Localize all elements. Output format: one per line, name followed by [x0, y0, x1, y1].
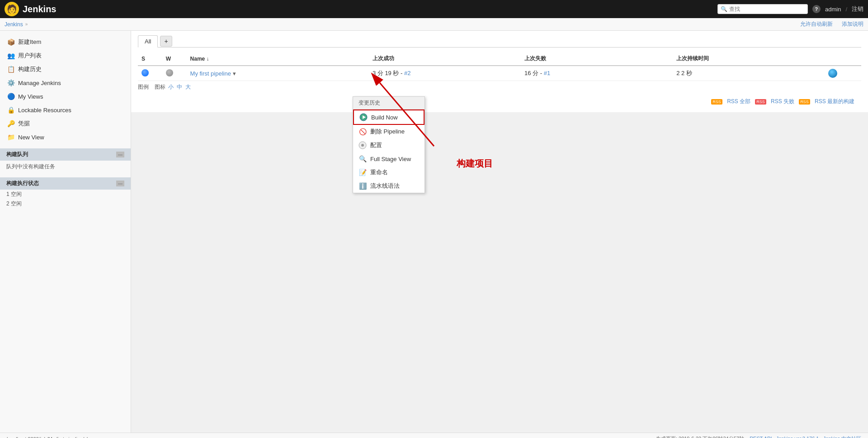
help-icon[interactable]: ?	[812, 5, 821, 13]
footer-links: RSS RSS 全部 RSS RSS 失败 RSS RSS 最新的构建	[138, 95, 861, 108]
gear-icon: ⚙️	[6, 78, 15, 87]
legend-label: 图例	[138, 84, 149, 90]
context-menu-pipeline-syntax[interactable]: ℹ️ 流水线语法	[353, 179, 425, 193]
col-s: S	[138, 52, 162, 66]
sidebar-item-new-item[interactable]: 📦 新建Item	[0, 35, 131, 49]
sidebar-item-user-list-label: 用户列表	[18, 52, 42, 60]
rss-latest-link[interactable]: RSS 最新的构建	[815, 98, 854, 105]
rss-all-link[interactable]: RSS 全部	[727, 98, 750, 105]
pipeline-name-link[interactable]: My first pipeline	[190, 70, 231, 77]
configure-label: 配置	[370, 141, 382, 149]
sidebar-item-manage-jenkins[interactable]: ⚙️ Manage Jenkins	[0, 76, 131, 90]
sidebar-item-new-item-label: 新建Item	[18, 38, 41, 46]
sidebar-item-my-views-label: My Views	[18, 93, 43, 100]
table-row: My first pipeline ▾ 3 分 19 秒 - #2 16 分 -…	[138, 66, 861, 81]
rss-icon-latest: RSS	[799, 99, 810, 105]
size-small[interactable]: 小	[168, 84, 174, 90]
notice-autoreload-link[interactable]: 允许自动刷新	[800, 21, 833, 27]
history-icon: 📋	[6, 65, 15, 74]
header: 🧑 Jenkins 🔍 ? admin / 注销	[0, 0, 868, 18]
size-selector: 图例 图标 小 中 大	[138, 83, 861, 91]
jenkins-avatar: 🧑	[5, 2, 19, 16]
build-queue-title: 构建队列	[6, 151, 28, 158]
full-stage-view-label: Full Stage View	[370, 156, 411, 162]
footer-status: localhost:9090/job/My first pipeline/cha…	[7, 436, 103, 438]
configure-icon	[359, 141, 367, 149]
sidebar-item-new-view-label: New View	[18, 134, 44, 141]
col-last-success: 上次成功	[369, 52, 521, 66]
build-queue-content: 队列中没有构建任务	[0, 161, 131, 173]
sidebar-item-lockable-resources[interactable]: 🔒 Lockable Resources	[0, 103, 131, 117]
jenkins-community-link[interactable]: Jenkins 中文社区	[823, 436, 861, 438]
search-icon: 🔍	[721, 6, 727, 12]
full-stage-view-icon: 🔍	[359, 155, 367, 163]
context-menu-rename[interactable]: 📝 重命名	[353, 166, 425, 179]
pipeline-syntax-icon: ℹ️	[359, 182, 367, 190]
search-box: 🔍	[717, 4, 808, 14]
rss-failures-link[interactable]: RSS 失败	[771, 98, 794, 105]
build-queue-empty: 队列中没有构建任务	[6, 163, 55, 170]
pipeline-dropdown-arrow[interactable]: ▾	[233, 70, 236, 77]
rest-api-link[interactable]: REST API	[750, 436, 772, 438]
search-input[interactable]	[729, 6, 805, 12]
status-w-cell	[162, 66, 187, 81]
sidebar-item-build-history-label: 构建历史	[18, 65, 42, 73]
last-failure-text: 16 分 -	[524, 70, 544, 76]
build-now-icon	[359, 113, 368, 121]
sidebar-item-credentials[interactable]: 🔑 凭据	[0, 117, 131, 130]
sidebar-item-lockable-resources-label: Lockable Resources	[18, 107, 71, 114]
build-executor-minimize-btn[interactable]: —	[116, 181, 124, 186]
new-item-icon: 📦	[6, 38, 15, 47]
jenkins-version-link[interactable]: Jenkins ver.2.176.1	[776, 436, 819, 438]
sidebar-item-new-view[interactable]: 📁 New View	[0, 130, 131, 144]
pipeline-syntax-label: 流水线语法	[370, 182, 400, 190]
last-duration-cell: 2 2 秒	[673, 66, 825, 81]
pipeline-table: S W Name ↓ 上次成功 上次失败 上次持续时间	[138, 52, 861, 81]
add-description-link[interactable]: 添加说明	[842, 21, 863, 27]
last-failure-link[interactable]: #1	[544, 70, 550, 76]
globe-icon	[828, 69, 837, 78]
size-large[interactable]: 大	[185, 84, 191, 90]
sidebar-item-build-history[interactable]: 📋 构建历史	[0, 62, 131, 76]
breadcrumb-home[interactable]: Jenkins	[5, 21, 23, 28]
rename-label: 重命名	[370, 168, 388, 176]
sidebar: 📦 新建Item 👥 用户列表 📋 构建历史 ⚙️ Manage Jenkins…	[0, 31, 131, 433]
svg-point-3	[361, 144, 364, 147]
status-blue-icon	[142, 69, 149, 76]
col-last-failure: 上次失败	[521, 52, 673, 66]
lock-icon: 🔒	[6, 105, 15, 114]
last-success-link[interactable]: #2	[404, 70, 410, 76]
context-menu-delete-pipeline[interactable]: 🚫 删除 Pipeline	[353, 125, 425, 138]
build-executor-title: 构建执行状态	[6, 180, 39, 187]
jenkins-logo[interactable]: 🧑 Jenkins	[5, 2, 56, 16]
build-executor-section: 构建执行状态 —	[0, 177, 131, 190]
rss-icon-failures: RSS	[755, 99, 766, 105]
sidebar-item-user-list[interactable]: 👥 用户列表	[0, 49, 131, 62]
status-gray-icon	[166, 69, 173, 76]
add-tab-button[interactable]: +	[160, 36, 172, 47]
build-queue-minimize-btn[interactable]: —	[116, 152, 124, 157]
build-queue-section: 构建队列 —	[0, 148, 131, 161]
context-menu-configure[interactable]: 配置	[353, 138, 425, 152]
sidebar-item-manage-jenkins-label: Manage Jenkins	[18, 80, 61, 86]
context-menu-build-now[interactable]: Build Now	[353, 110, 425, 125]
header-right: 🔍 ? admin / 注销	[717, 4, 863, 14]
tab-all[interactable]: All	[138, 35, 158, 48]
size-medium[interactable]: 中	[177, 84, 182, 90]
page-footer: localhost:9090/job/My first pipeline/cha…	[0, 433, 868, 438]
breadcrumb-separator: »	[25, 22, 28, 27]
sidebar-item-credentials-label: 凭据	[18, 119, 30, 128]
logout-link[interactable]: 注销	[852, 5, 863, 13]
views-icon: 🔵	[6, 92, 15, 101]
executor-1: 1 空闲	[0, 190, 131, 199]
admin-link[interactable]: admin	[825, 6, 841, 13]
main-content: All + S W Name ↓ 上次成功 上次失败 上次持续时间	[131, 31, 868, 112]
rename-icon: 📝	[359, 168, 367, 176]
annotation-text: 构建项目	[457, 157, 493, 170]
last-success-cell: 3 分 19 秒 - #2	[369, 66, 521, 81]
context-menu-full-stage-view[interactable]: 🔍 Full Stage View	[353, 152, 425, 166]
sidebar-item-my-views[interactable]: 🔵 My Views	[0, 90, 131, 103]
context-menu-header: 变更历史	[353, 97, 425, 110]
build-now-label: Build Now	[371, 114, 398, 121]
context-menu: 变更历史 Build Now 🚫 删除 Pipeline	[353, 96, 425, 193]
